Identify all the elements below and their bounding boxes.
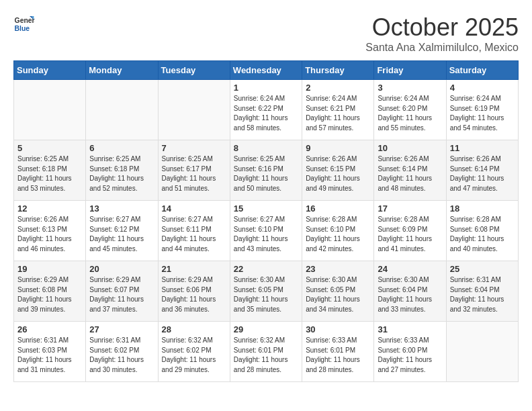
title-block: October 2025 Santa Ana Xalmimilulco, Mex…	[365, 13, 519, 54]
calendar-week-row: 12Sunrise: 6:26 AMSunset: 6:13 PMDayligh…	[14, 201, 519, 261]
calendar-cell: 31Sunrise: 6:33 AMSunset: 6:00 PMDayligh…	[374, 322, 446, 382]
day-number: 21	[162, 264, 226, 274]
calendar-cell: 6Sunrise: 6:25 AMSunset: 6:18 PMDaylight…	[86, 140, 158, 201]
calendar-cell: 11Sunrise: 6:26 AMSunset: 6:14 PMDayligh…	[446, 140, 518, 201]
day-info: Sunrise: 6:32 AMSunset: 6:02 PMDaylight:…	[162, 336, 226, 375]
day-info: Sunrise: 6:28 AMSunset: 6:08 PMDaylight:…	[450, 215, 515, 254]
day-number: 1	[234, 83, 298, 93]
day-number: 20	[89, 264, 154, 274]
day-info: Sunrise: 6:24 AMSunset: 6:20 PMDaylight:…	[378, 94, 442, 133]
calendar-cell: 23Sunrise: 6:30 AMSunset: 6:05 PMDayligh…	[302, 261, 374, 322]
day-number: 7	[162, 143, 226, 153]
day-info: Sunrise: 6:24 AMSunset: 6:21 PMDaylight:…	[306, 94, 370, 133]
day-info: Sunrise: 6:26 AMSunset: 6:14 PMDaylight:…	[450, 154, 515, 193]
calendar-cell: 16Sunrise: 6:28 AMSunset: 6:10 PMDayligh…	[302, 201, 374, 261]
calendar-week-row: 19Sunrise: 6:29 AMSunset: 6:08 PMDayligh…	[14, 261, 519, 322]
calendar-cell	[14, 80, 86, 140]
calendar-cell: 17Sunrise: 6:28 AMSunset: 6:09 PMDayligh…	[374, 201, 446, 261]
day-info: Sunrise: 6:31 AMSunset: 6:02 PMDaylight:…	[89, 336, 154, 375]
calendar-cell: 19Sunrise: 6:29 AMSunset: 6:08 PMDayligh…	[14, 261, 86, 322]
calendar-cell: 20Sunrise: 6:29 AMSunset: 6:07 PMDayligh…	[86, 261, 158, 322]
weekday-header: Friday	[374, 61, 446, 80]
calendar-week-row: 1Sunrise: 6:24 AMSunset: 6:22 PMDaylight…	[14, 80, 519, 140]
day-info: Sunrise: 6:30 AMSunset: 6:05 PMDaylight:…	[306, 275, 370, 314]
calendar-cell: 30Sunrise: 6:33 AMSunset: 6:01 PMDayligh…	[302, 322, 374, 382]
day-info: Sunrise: 6:33 AMSunset: 6:00 PMDaylight:…	[378, 336, 442, 375]
day-number: 25	[450, 264, 515, 274]
weekday-header: Wednesday	[230, 61, 302, 80]
weekday-header: Thursday	[302, 61, 374, 80]
calendar-cell: 27Sunrise: 6:31 AMSunset: 6:02 PMDayligh…	[86, 322, 158, 382]
day-info: Sunrise: 6:25 AMSunset: 6:18 PMDaylight:…	[17, 154, 82, 193]
day-info: Sunrise: 6:28 AMSunset: 6:10 PMDaylight:…	[306, 215, 370, 254]
page-header: General Blue October 2025 Santa Ana Xalm…	[13, 13, 519, 54]
day-number: 27	[89, 324, 154, 334]
day-info: Sunrise: 6:24 AMSunset: 6:19 PMDaylight:…	[450, 94, 515, 133]
day-number: 5	[17, 143, 82, 153]
location-subtitle: Santa Ana Xalmimilulco, Mexico	[365, 42, 519, 54]
calendar-cell: 15Sunrise: 6:27 AMSunset: 6:10 PMDayligh…	[230, 201, 302, 261]
calendar-cell: 1Sunrise: 6:24 AMSunset: 6:22 PMDaylight…	[230, 80, 302, 140]
day-number: 9	[306, 143, 370, 153]
calendar-header-row: SundayMondayTuesdayWednesdayThursdayFrid…	[14, 61, 519, 80]
day-info: Sunrise: 6:28 AMSunset: 6:09 PMDaylight:…	[378, 215, 442, 254]
calendar-week-row: 5Sunrise: 6:25 AMSunset: 6:18 PMDaylight…	[14, 140, 519, 201]
calendar-cell: 14Sunrise: 6:27 AMSunset: 6:11 PMDayligh…	[158, 201, 230, 261]
day-info: Sunrise: 6:31 AMSunset: 6:03 PMDaylight:…	[17, 336, 82, 375]
calendar-cell: 18Sunrise: 6:28 AMSunset: 6:08 PMDayligh…	[446, 201, 518, 261]
day-info: Sunrise: 6:27 AMSunset: 6:11 PMDaylight:…	[162, 215, 226, 254]
calendar-cell: 3Sunrise: 6:24 AMSunset: 6:20 PMDaylight…	[374, 80, 446, 140]
day-info: Sunrise: 6:26 AMSunset: 6:14 PMDaylight:…	[378, 154, 442, 193]
day-info: Sunrise: 6:29 AMSunset: 6:06 PMDaylight:…	[162, 275, 226, 314]
day-info: Sunrise: 6:29 AMSunset: 6:07 PMDaylight:…	[89, 275, 154, 314]
day-number: 4	[450, 83, 515, 93]
day-info: Sunrise: 6:24 AMSunset: 6:22 PMDaylight:…	[234, 94, 298, 133]
calendar-cell: 25Sunrise: 6:31 AMSunset: 6:04 PMDayligh…	[446, 261, 518, 322]
day-number: 22	[234, 264, 298, 274]
day-number: 19	[17, 264, 82, 274]
calendar-table: SundayMondayTuesdayWednesdayThursdayFrid…	[13, 60, 519, 382]
day-info: Sunrise: 6:26 AMSunset: 6:15 PMDaylight:…	[306, 154, 370, 193]
day-info: Sunrise: 6:30 AMSunset: 6:04 PMDaylight:…	[378, 275, 442, 314]
calendar-cell: 24Sunrise: 6:30 AMSunset: 6:04 PMDayligh…	[374, 261, 446, 322]
weekday-header: Sunday	[14, 61, 86, 80]
calendar-cell: 8Sunrise: 6:25 AMSunset: 6:16 PMDaylight…	[230, 140, 302, 201]
day-info: Sunrise: 6:27 AMSunset: 6:12 PMDaylight:…	[89, 215, 154, 254]
day-number: 26	[17, 324, 82, 334]
calendar-cell: 22Sunrise: 6:30 AMSunset: 6:05 PMDayligh…	[230, 261, 302, 322]
calendar-week-row: 26Sunrise: 6:31 AMSunset: 6:03 PMDayligh…	[14, 322, 519, 382]
day-number: 29	[234, 324, 298, 334]
svg-text:Blue: Blue	[15, 25, 30, 32]
day-info: Sunrise: 6:33 AMSunset: 6:01 PMDaylight:…	[306, 336, 370, 375]
day-number: 12	[17, 203, 82, 214]
day-number: 2	[306, 83, 370, 93]
day-number: 31	[378, 324, 442, 334]
calendar-cell: 5Sunrise: 6:25 AMSunset: 6:18 PMDaylight…	[14, 140, 86, 201]
day-number: 6	[89, 143, 154, 153]
calendar-cell: 29Sunrise: 6:32 AMSunset: 6:01 PMDayligh…	[230, 322, 302, 382]
day-number: 8	[234, 143, 298, 153]
calendar-cell: 13Sunrise: 6:27 AMSunset: 6:12 PMDayligh…	[86, 201, 158, 261]
day-number: 28	[162, 324, 226, 334]
calendar-cell: 21Sunrise: 6:29 AMSunset: 6:06 PMDayligh…	[158, 261, 230, 322]
logo: General Blue	[13, 13, 35, 35]
logo-icon: General Blue	[13, 13, 35, 35]
svg-text:General: General	[15, 17, 35, 24]
day-info: Sunrise: 6:29 AMSunset: 6:08 PMDaylight:…	[17, 275, 82, 314]
day-number: 13	[89, 203, 154, 214]
calendar-cell	[86, 80, 158, 140]
day-info: Sunrise: 6:26 AMSunset: 6:13 PMDaylight:…	[17, 215, 82, 254]
calendar-cell: 10Sunrise: 6:26 AMSunset: 6:14 PMDayligh…	[374, 140, 446, 201]
calendar-cell: 9Sunrise: 6:26 AMSunset: 6:15 PMDaylight…	[302, 140, 374, 201]
calendar-cell	[158, 80, 230, 140]
calendar-cell: 28Sunrise: 6:32 AMSunset: 6:02 PMDayligh…	[158, 322, 230, 382]
day-number: 3	[378, 83, 442, 93]
day-number: 24	[378, 264, 442, 274]
calendar-cell: 12Sunrise: 6:26 AMSunset: 6:13 PMDayligh…	[14, 201, 86, 261]
day-info: Sunrise: 6:25 AMSunset: 6:17 PMDaylight:…	[162, 154, 226, 193]
calendar-cell: 4Sunrise: 6:24 AMSunset: 6:19 PMDaylight…	[446, 80, 518, 140]
calendar-cell	[446, 322, 518, 382]
calendar-cell: 2Sunrise: 6:24 AMSunset: 6:21 PMDaylight…	[302, 80, 374, 140]
day-number: 15	[234, 203, 298, 214]
day-number: 11	[450, 143, 515, 153]
